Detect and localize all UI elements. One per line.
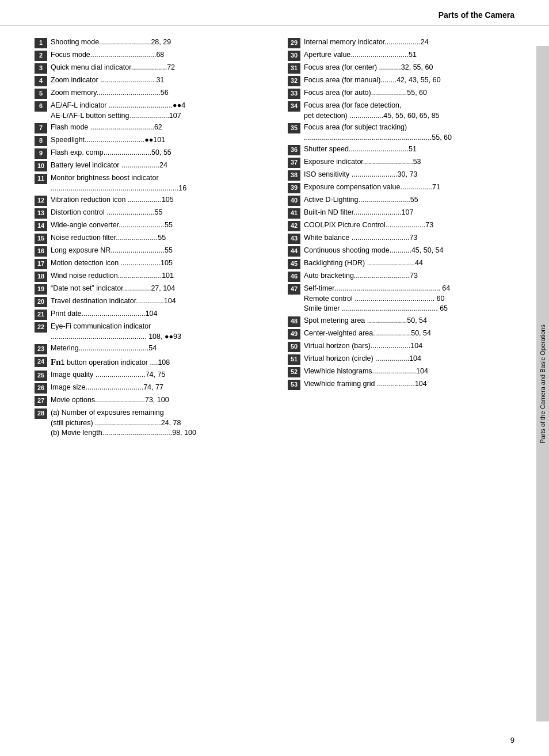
item-number: 19 [35,284,47,295]
item-text: Shooting mode..........................2… [51,37,270,48]
item-text: Flash exp. comp........................5… [51,148,270,158]
item-text: (a) Number of exposures remaining (still… [51,408,270,438]
page-number: 9 [510,736,514,744]
page-title: Parts of the Camera [0,0,549,26]
item-number: 45 [288,259,300,269]
item-number: 10 [35,161,47,171]
item-text: Image size.............................7… [51,383,270,393]
item-number: 18 [35,272,47,282]
item-number: 41 [288,208,300,219]
list-item: 34Focus area (for face detection,pet det… [288,101,529,121]
item-number: 47 [288,284,300,295]
list-item: 7Flash mode ............................… [35,123,270,133]
list-item: 45Backlighting (HDR) ...................… [288,258,529,269]
item-text: Backlighting (HDR) .....................… [304,258,529,269]
item-number: 6 [35,101,47,112]
item-text: Fn1 button operation indicator ....108 [51,356,270,368]
item-text: Zoom indicator .........................… [51,75,270,86]
item-text: Monitor brightness boost indicator......… [51,173,270,193]
list-item: 27Movie options.........................… [35,395,270,406]
item-text: Movie options.........................73… [51,395,270,406]
item-text: Focus area (for manual)........42, 43, 5… [304,75,529,86]
item-number: 49 [288,329,300,339]
item-text: Print date..............................… [51,309,270,319]
item-text: Virtual horizon (bars)..................… [304,341,529,352]
item-text: Distortion control .....................… [51,208,270,218]
item-text: Focus area (for face detection,pet detec… [304,101,529,121]
list-item: 29Internal memory indicator.............… [288,37,529,48]
item-number: 20 [35,297,47,307]
item-number: 13 [35,208,47,219]
item-number: 15 [35,234,47,244]
list-item: 19“Date not set” indicator..............… [35,284,270,295]
item-text: Focus area (for subject tracking).......… [304,123,529,143]
list-item: 5Zoom memory............................… [35,88,270,99]
list-item: 46Auto bracketing.......................… [288,271,529,282]
item-number: 17 [35,259,47,269]
item-text: Wide-angle converter....................… [51,220,270,231]
list-item: 42COOLPIX Picture Control...............… [288,220,529,231]
item-number: 1 [35,38,47,48]
list-item: 14Wide-angle converter..................… [35,220,270,231]
item-number: 26 [35,383,47,394]
item-number: 8 [35,136,47,146]
item-text: Virtual horizon (circle) ...............… [304,354,529,364]
list-item: 13Distortion control ...................… [35,208,270,219]
list-item: 52View/hide histograms..................… [288,366,529,377]
item-text: Motion detection icon ..................… [51,258,270,269]
item-number: 27 [35,396,47,406]
list-item: 40Active D-Lighting.....................… [288,195,529,206]
list-item: 47Self-timer............................… [288,284,529,314]
item-text: Internal memory indicator...............… [304,37,529,48]
list-item: 12Vibration reduction icon .............… [35,195,270,206]
list-item: 35Focus area (for subject tracking).....… [288,123,529,143]
list-item: 49Center-weighted area..................… [288,329,529,339]
item-number: 32 [288,76,300,86]
list-item: 30Aperture value........................… [288,50,529,61]
item-text: Spot metering area ....................5… [304,316,529,326]
item-text: Active D-Lighting.......................… [304,195,529,205]
item-number: 48 [288,316,300,327]
item-number: 38 [288,170,300,181]
list-item: 26Image size............................… [35,383,270,394]
item-text: Flash mode .............................… [51,123,270,133]
item-number: 44 [288,246,300,257]
list-item: 4Zoom indicator ........................… [35,75,270,86]
item-text: White balance ..........................… [304,233,529,243]
item-text: Center-weighted area...................5… [304,329,529,339]
item-number: 37 [288,158,300,168]
item-text: Eye-Fi communication indicator..........… [51,322,270,342]
list-item: 24Fn1 button operation indicator ....108 [35,356,270,368]
item-number: 22 [35,322,47,333]
item-text: Travel destination indicator............… [51,296,270,307]
item-number: 51 [288,354,300,365]
list-item: 16Long exposure NR......................… [35,246,270,257]
list-item: 1Shooting mode..........................… [35,37,270,48]
item-number: 23 [35,344,47,354]
item-number: 42 [288,221,300,231]
item-text: Self-timer..............................… [304,284,529,314]
item-number: 7 [35,123,47,133]
item-number: 31 [288,63,300,74]
item-number: 28 [35,408,47,419]
list-item: 51Virtual horizon (circle) .............… [288,354,529,365]
item-number: 12 [35,196,47,206]
item-text: Exposure indicator......................… [304,157,529,167]
item-number: 3 [35,63,47,74]
item-text: AE/AF-L indicator ......................… [51,101,270,121]
item-number: 24 [35,357,47,367]
item-text: Built-in ND filter......................… [304,208,529,218]
list-item: 17Motion detection icon ................… [35,258,270,269]
left-column: 1Shooting mode..........................… [35,37,282,440]
item-text: Auto bracketing.........................… [304,271,529,281]
list-item: 23Metering..............................… [35,343,270,354]
list-item: 33Focus area (for auto).................… [288,88,529,99]
item-text: Focus area (for center) ...........32, 5… [304,63,529,73]
item-number: 53 [288,380,300,390]
item-number: 21 [35,310,47,320]
item-number: 11 [35,174,47,184]
item-text: Zoom memory.............................… [51,88,270,98]
list-item: 31Focus area (for center) ...........32,… [288,63,529,74]
item-text: Vibration reduction icon ...............… [51,195,270,205]
item-number: 16 [35,246,47,257]
